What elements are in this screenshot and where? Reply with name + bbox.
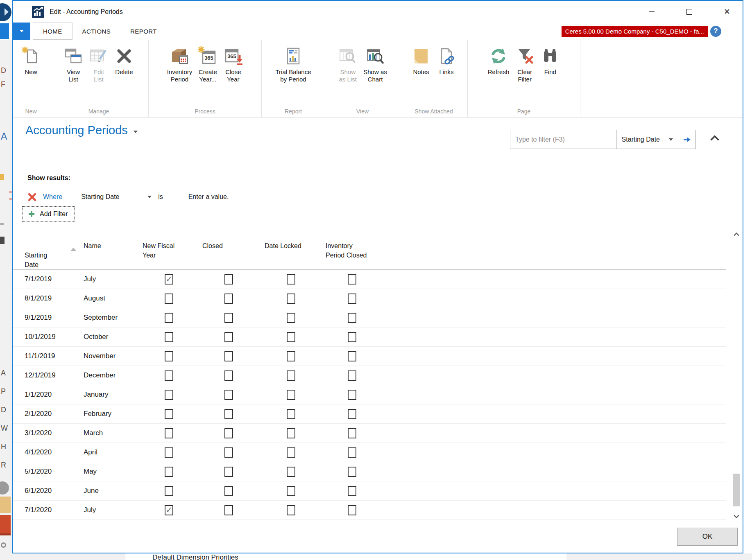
cell-starting-date[interactable]: 10/1/2019	[25, 333, 84, 341]
inventory-period-button[interactable]: Inventory Period	[164, 44, 195, 84]
checkbox-closed[interactable]	[224, 294, 233, 304]
checkbox-inventory-period-closed[interactable]	[348, 467, 356, 477]
new-button[interactable]: New	[18, 44, 44, 77]
cell-starting-date[interactable]: 9/1/2019	[25, 314, 84, 322]
chevron-down-icon[interactable]	[134, 131, 138, 133]
table-row[interactable]: 2/1/2020 February	[13, 404, 726, 424]
help-button[interactable]: ?	[710, 26, 721, 37]
table-row[interactable]: 10/1/2019 October	[13, 327, 726, 347]
checkbox-date-locked[interactable]	[287, 505, 295, 515]
checkbox-closed[interactable]	[224, 409, 233, 419]
table-row[interactable]: 4/1/2020 April	[13, 443, 726, 462]
table-row[interactable]: 11/1/2019 November	[13, 347, 726, 366]
tab-actions[interactable]: ACTIONS	[72, 23, 120, 40]
checkbox-inventory-period-closed[interactable]	[348, 274, 356, 285]
remove-filter-x-icon[interactable]	[27, 192, 37, 202]
table-row[interactable]: 9/1/2019 September	[13, 308, 726, 327]
trial-balance-by-period-button[interactable]: Trial Balance by Period	[273, 44, 314, 84]
checkbox-new-fiscal-year[interactable]	[165, 390, 173, 400]
cell-starting-date[interactable]: 11/1/2019	[25, 352, 84, 360]
checkbox-new-fiscal-year[interactable]	[165, 409, 173, 419]
checkbox-new-fiscal-year[interactable]	[165, 370, 173, 381]
view-list-button[interactable]: View List	[61, 44, 86, 84]
checkbox-new-fiscal-year[interactable]	[165, 428, 173, 438]
cell-name[interactable]: April	[84, 448, 143, 456]
checkbox-date-locked[interactable]	[287, 428, 295, 438]
table-row[interactable]: 8/1/2019 August	[13, 289, 726, 308]
checkbox-inventory-period-closed[interactable]	[348, 409, 356, 419]
cell-name[interactable]: September	[84, 314, 143, 322]
checkbox-closed[interactable]	[224, 486, 233, 496]
cell-starting-date[interactable]: 7/1/2019	[25, 275, 84, 283]
close-year-button[interactable]: 365 Close Year	[220, 44, 246, 84]
checkbox-new-fiscal-year[interactable]	[165, 332, 173, 342]
checkbox-closed[interactable]	[224, 313, 233, 323]
cell-name[interactable]: May	[84, 467, 143, 476]
filter-input[interactable]	[510, 136, 616, 143]
refresh-button[interactable]: Refresh	[485, 44, 512, 77]
checkbox-date-locked[interactable]	[287, 447, 295, 458]
cell-name[interactable]: January	[84, 391, 143, 399]
checkbox-new-fiscal-year[interactable]	[165, 486, 173, 496]
titlebar[interactable]: Edit - Accounting Periods ✕	[13, 1, 743, 23]
minimize-button[interactable]	[643, 5, 661, 19]
filter-value-placeholder[interactable]: Enter a value.	[188, 193, 229, 201]
cell-name[interactable]: June	[84, 487, 143, 495]
checkbox-date-locked[interactable]	[287, 294, 295, 304]
close-button[interactable]: ✕	[718, 5, 736, 19]
checkbox-new-fiscal-year[interactable]	[165, 467, 173, 477]
cell-name[interactable]: October	[84, 333, 143, 341]
tab-report[interactable]: REPORT	[120, 23, 167, 40]
cell-starting-date[interactable]: 4/1/2020	[25, 448, 84, 456]
scrollbar-thumb[interactable]	[733, 474, 740, 506]
checkbox-closed[interactable]	[224, 467, 233, 477]
show-as-chart-button[interactable]: Show as Chart	[360, 44, 390, 84]
cell-starting-date[interactable]: 3/1/2020	[25, 429, 84, 437]
checkbox-closed[interactable]	[224, 447, 233, 458]
checkbox-inventory-period-closed[interactable]	[348, 294, 356, 304]
checkbox-inventory-period-closed[interactable]	[348, 370, 356, 381]
checkbox-date-locked[interactable]	[287, 409, 295, 419]
cell-name[interactable]: February	[84, 410, 143, 418]
checkbox-inventory-period-closed[interactable]	[348, 351, 356, 361]
cell-starting-date[interactable]: 12/1/2019	[25, 371, 84, 379]
cell-name[interactable]: August	[84, 294, 143, 303]
delete-button[interactable]: Delete	[111, 44, 137, 77]
cell-name[interactable]: March	[84, 429, 143, 437]
checkbox-date-locked[interactable]	[287, 313, 295, 323]
checkbox-inventory-period-closed[interactable]	[348, 486, 356, 496]
checkbox-date-locked[interactable]	[287, 351, 295, 361]
apply-filter-button[interactable]	[678, 136, 695, 143]
vertical-scrollbar[interactable]	[732, 232, 741, 519]
scroll-up-icon[interactable]	[733, 232, 740, 237]
checkbox-inventory-period-closed[interactable]	[348, 313, 356, 323]
cell-name[interactable]: November	[84, 352, 143, 360]
cell-starting-date[interactable]: 7/1/2020	[25, 506, 84, 514]
checkbox-closed[interactable]	[224, 390, 233, 400]
cell-starting-date[interactable]: 2/1/2020	[25, 410, 84, 418]
add-filter-button[interactable]: Add Filter	[22, 206, 75, 222]
checkbox-closed[interactable]	[224, 332, 233, 342]
checkbox-inventory-period-closed[interactable]	[348, 332, 356, 342]
ok-button[interactable]: OK	[677, 528, 738, 546]
table-row[interactable]: 1/1/2020 January	[13, 385, 726, 404]
notes-button[interactable]: Notes	[408, 44, 434, 77]
cell-starting-date[interactable]: 1/1/2020	[25, 391, 84, 399]
scroll-down-icon[interactable]	[733, 514, 740, 519]
checkbox-date-locked[interactable]	[287, 332, 295, 342]
clear-filter-button[interactable]: Clear Filter	[512, 44, 537, 84]
create-year-button[interactable]: 365 Create Year...	[195, 44, 220, 84]
table-row[interactable]: 3/1/2020 March	[13, 424, 726, 443]
where-link[interactable]: Where	[43, 193, 62, 201]
checkbox-date-locked[interactable]	[287, 467, 295, 477]
checkbox-inventory-period-closed[interactable]	[348, 428, 356, 438]
cell-name[interactable]: December	[84, 371, 143, 379]
table-row[interactable]: 5/1/2020 May	[13, 462, 726, 481]
cell-name[interactable]: July	[84, 275, 143, 283]
checkbox-closed[interactable]	[224, 428, 233, 438]
collapse-filter-pane-button[interactable]	[709, 135, 720, 143]
links-button[interactable]: Links	[434, 44, 459, 77]
table-row[interactable]: 7/1/2019 July	[13, 270, 726, 289]
checkbox-closed[interactable]	[224, 505, 233, 515]
checkbox-new-fiscal-year[interactable]	[165, 313, 173, 323]
